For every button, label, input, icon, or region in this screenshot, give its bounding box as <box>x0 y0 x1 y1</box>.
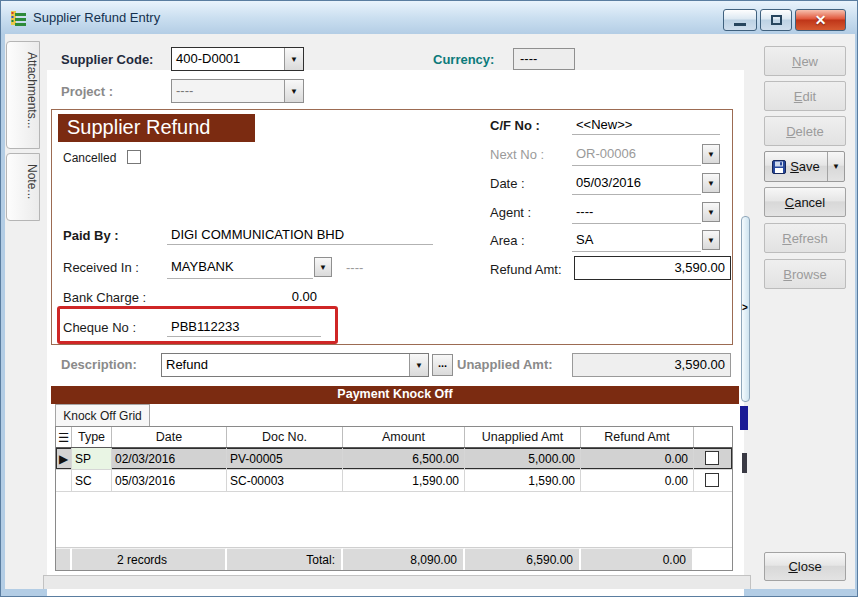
description-value: Refund <box>162 354 409 376</box>
supplier-code-combo[interactable]: 400-D0001 ▼ <box>171 47 304 71</box>
col-header-select <box>694 427 732 447</box>
unapplied-amt-field: 3,590.00 <box>572 353 731 377</box>
payment-knock-off-banner: Payment Knock Off <box>51 386 739 404</box>
window-title: Supplier Refund Entry <box>33 10 160 25</box>
unapplied-amt-label: Unapplied Amt: <box>457 357 553 372</box>
cell-date: 05/03/2016 <box>112 470 227 491</box>
total-unapplied: 6,590.00 <box>465 548 581 570</box>
project-label: Project : <box>61 84 113 99</box>
chevron-down-icon[interactable]: ▼ <box>314 257 332 277</box>
area-label: Area : <box>490 233 525 248</box>
table-row[interactable]: SC 05/03/2016 SC-00003 1,590.00 1,590.00… <box>56 470 732 492</box>
chevron-down-icon[interactable]: ▼ <box>702 230 720 250</box>
supplier-refund-entry-window: Supplier Refund Entry ✕ Attachments... N… <box>0 0 858 597</box>
col-header-date[interactable]: Date <box>112 427 227 447</box>
minimize-icon <box>734 23 746 26</box>
delete-button[interactable]: Delete <box>764 116 846 146</box>
total-amount: 8,090.00 <box>343 548 465 570</box>
close-icon: ✕ <box>815 12 827 28</box>
description-more-button[interactable]: ... <box>432 354 453 376</box>
row-marker-icon: ▶ <box>56 448 72 469</box>
browse-button[interactable]: Browse <box>764 259 846 289</box>
total-refund: 0.00 <box>581 548 694 570</box>
chevron-down-icon[interactable]: ▼ <box>702 144 720 164</box>
cheque-no-highlight <box>57 306 338 344</box>
grid-menu-icon[interactable]: ☰ <box>56 427 72 447</box>
save-button-main[interactable]: Save <box>765 152 827 181</box>
date-label: Date : <box>490 176 525 191</box>
refund-amt-field[interactable]: 3,590.00 <box>574 256 731 280</box>
close-button[interactable]: Close <box>764 552 846 581</box>
footer-select-cell <box>694 548 730 570</box>
cancel-button[interactable]: Cancel <box>764 187 846 217</box>
received-in-value: MAYBANK <box>167 257 313 279</box>
agent-value: ---- <box>572 202 701 224</box>
cell-doc-no: PV-00005 <box>227 448 343 469</box>
chevron-down-icon[interactable]: ▼ <box>284 80 303 102</box>
col-header-unapplied-amt[interactable]: Unapplied Amt <box>465 427 581 447</box>
save-button[interactable]: Save ▼ <box>764 151 845 182</box>
cell-unapplied-amt: 1,590.00 <box>465 470 581 491</box>
save-dropdown-arrow[interactable]: ▼ <box>827 152 844 181</box>
cell-refund-amt: 0.00 <box>581 448 694 469</box>
close-window-button[interactable]: ✕ <box>795 9 846 31</box>
tab-note[interactable]: Note... <box>6 153 40 221</box>
row-checkbox[interactable] <box>705 473 719 487</box>
currency-label: Currency: <box>433 52 494 67</box>
edit-button[interactable]: Edit <box>764 81 846 111</box>
cancelled-label: Cancelled <box>63 151 116 165</box>
bank-charge-value[interactable]: 0.00 <box>167 287 321 307</box>
refresh-button[interactable]: Refresh <box>764 223 846 253</box>
row-marker-empty <box>56 470 72 491</box>
next-no-label: Next No : <box>490 147 544 162</box>
date-combo[interactable]: 05/03/2016 ▼ <box>572 173 720 195</box>
col-header-refund-amt[interactable]: Refund Amt <box>581 427 694 447</box>
row-checkbox[interactable] <box>705 451 719 465</box>
new-button[interactable]: New <box>764 46 846 76</box>
chevron-down-icon[interactable]: ▼ <box>702 202 720 222</box>
cancelled-checkbox[interactable] <box>127 150 141 164</box>
minimize-button[interactable] <box>723 9 757 31</box>
tab-attachments[interactable]: Attachments... <box>6 41 40 149</box>
received-in-extra: ---- <box>346 260 363 275</box>
cf-no-value: <<New>> <box>572 115 720 135</box>
description-label: Description: <box>61 357 137 372</box>
tab-knock-off-grid[interactable]: Knock Off Grid <box>55 404 150 426</box>
agent-combo[interactable]: ---- ▼ <box>572 202 720 224</box>
cell-amount: 6,500.00 <box>343 448 465 469</box>
col-header-type[interactable]: Type <box>72 427 112 447</box>
scrollbar-segment <box>742 453 747 473</box>
grid-footer-row: 2 records Total: 8,090.00 6,590.00 0.00 <box>56 547 732 570</box>
col-header-amount[interactable]: Amount <box>343 427 465 447</box>
cell-unapplied-amt: 5,000.00 <box>465 448 581 469</box>
knock-off-grid: ☰ Type Date Doc No. Amount Unapplied Amt… <box>55 426 733 571</box>
next-no-combo[interactable]: OR-00006 ▼ <box>572 144 720 166</box>
floppy-disk-icon <box>772 160 786 174</box>
cell-date: 02/03/2016 <box>112 448 227 469</box>
maximize-button[interactable] <box>760 9 792 31</box>
chevron-down-icon[interactable]: ▼ <box>409 354 428 376</box>
chevron-down-icon[interactable]: ▼ <box>284 48 303 70</box>
horizontal-scrollbar[interactable] <box>43 575 751 589</box>
maximize-icon <box>771 15 782 25</box>
description-combo[interactable]: Refund ▼ <box>161 353 429 377</box>
cell-select <box>694 448 732 469</box>
project-value: ---- <box>172 80 284 102</box>
title-bar: Supplier Refund Entry ✕ <box>1 1 858 34</box>
record-count: 2 records <box>72 548 227 570</box>
received-in-combo[interactable]: MAYBANK ▼ <box>167 257 332 279</box>
table-row[interactable]: ▶ SP 02/03/2016 PV-00005 6,500.00 5,000.… <box>56 448 732 470</box>
splitter-arrow-icon[interactable]: > <box>739 302 751 313</box>
chevron-down-icon[interactable]: ▼ <box>702 173 720 193</box>
cell-doc-no: SC-00003 <box>227 470 343 491</box>
agent-label: Agent : <box>490 205 531 220</box>
supplier-code-value: 400-D0001 <box>172 48 284 70</box>
bank-charge-label: Bank Charge : <box>63 290 146 305</box>
received-in-label: Received In : <box>63 260 139 275</box>
col-header-doc-no[interactable]: Doc No. <box>227 427 343 447</box>
grid-header-row: ☰ Type Date Doc No. Amount Unapplied Amt… <box>56 427 732 448</box>
project-combo[interactable]: ---- ▼ <box>171 79 304 103</box>
paid-by-value[interactable]: DIGI COMMUNICATION BHD <box>167 225 433 245</box>
cell-type: SP <box>72 448 112 469</box>
area-combo[interactable]: SA ▼ <box>572 230 720 252</box>
